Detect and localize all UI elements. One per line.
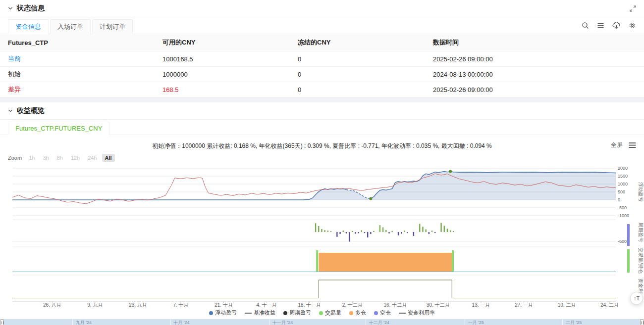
legend-label: 交易量 [325,309,341,317]
fund-table-head-row: Futures_CTP可用的CNY冻结的CNY数据时间 [0,34,644,51]
chart-context-menu-icon[interactable] [629,142,636,148]
table-toolbar [582,22,636,29]
table-cell: 0 [290,67,425,82]
zoom-label: Zoom [8,155,22,161]
back-to-top-button[interactable]: ↑T [630,292,643,305]
stats-row: 初始净值：1000000 累计收益: 0.168 %, 年化收益(365天) :… [0,135,644,152]
navigator-gridline [72,319,73,325]
zoom-option-8h[interactable]: 8h [54,154,66,162]
table-cell[interactable]: 当前 [0,51,155,67]
navigator-handle-right[interactable] [640,320,644,325]
svg-text:周期盈亏: 周期盈亏 [638,223,644,242]
svg-text:23. 九月: 23. 九月 [129,302,147,307]
legend-item[interactable]: 基准收益 [245,309,275,317]
svg-text:7. 十月: 7. 十月 [173,302,188,307]
status-tabs: 资金信息入场订单计划订单 [8,19,134,34]
status-tab-2[interactable]: 计划订单 [92,19,133,34]
table-cell: 2025-02-26 09:00:00 [425,51,644,67]
legend-symbol [245,313,252,314]
navigator-month-label: 十二月 '24 [369,320,389,325]
navigator-month-label: 十一月 '24 [272,320,293,325]
legend-item[interactable]: 周期盈亏 [283,309,311,317]
table-cell: 初始 [0,67,155,82]
table-cell: 0 [290,51,425,67]
overview-collapse-chevron-icon[interactable] [8,108,13,113]
zoom-option-24h[interactable]: 24h [85,154,100,162]
svg-text:13. 一月: 13. 一月 [472,302,490,307]
legend-symbol [374,311,378,315]
performance-stats-text: 初始净值：1000000 累计收益: 0.168 %, 年化收益(365天) :… [152,142,492,149]
table-cell: 168.5 [155,82,290,97]
column-header: 可用的CNY [155,34,290,51]
legend-item[interactable]: 交易量 [319,309,341,317]
density-menu-icon[interactable] [597,22,604,29]
table-row: 初始100000002024-08-13 00:00:00 [0,67,644,82]
expand-arrows-icon[interactable] [630,5,636,12]
legend-item[interactable]: 浮动盈亏 [209,309,237,317]
legend-label: 基准收益 [254,309,275,317]
table-row: 差异168.502025-02-26 09:00:00 [0,82,644,97]
status-tabbar: 资金信息入场订单计划订单 [0,17,644,34]
navigator-gridline [562,319,563,325]
tab-futures-ctp-futures-cny[interactable]: Futures_CTP.FUTURES_CNY [8,122,109,135]
fund-table-body: 当前1000168.502025-02-26 09:00:00初始1000000… [0,51,644,97]
legend-item[interactable]: 资金利用率 [399,309,435,317]
navigator-month-label: 十月 '24 [173,320,189,325]
search-icon[interactable] [582,22,589,29]
table-cell: 2025-02-26 09:00:00 [425,82,644,97]
fund-table: Futures_CTP可用的CNY冻结的CNY数据时间 当前1000168.50… [0,34,644,97]
cloud-download-icon[interactable] [612,22,621,29]
status-tab-0[interactable]: 资金信息 [8,19,49,34]
svg-text:500: 500 [618,189,625,194]
svg-text:1000: 1000 [618,182,628,186]
svg-text:1500: 1500 [618,174,628,179]
legend-symbol [399,313,406,314]
svg-text:24. 二月: 24. 二月 [600,302,619,307]
legend-symbol [319,311,323,315]
svg-text:-500: -500 [618,205,627,210]
chart-navigator[interactable]: 九月 '24十月 '24十一月 '24十二月 '24一月 '25二月 '25 [0,319,644,325]
table-cell: 0 [290,82,425,97]
navigator-gridline [465,319,465,325]
zoom-option-All[interactable]: All [102,154,115,162]
navigator-gridline [366,319,366,325]
chart-controls: 全屏 [611,141,636,149]
overview-tabbar: Futures_CTP.FUTURES_CNY [0,120,644,135]
table-row: 当前1000168.502025-02-26 09:00:00 [0,51,644,67]
column-header: Futures_CTP [0,34,155,51]
svg-text:-1000: -1000 [618,213,629,218]
status-section-header: 状态信息 [0,0,644,17]
overview-section-header: 收益概览 [0,102,644,120]
legend-label: 多仓 [355,309,366,317]
svg-text:交易量/持仓: 交易量/持仓 [638,248,644,274]
svg-text:2. 十二月: 2. 十二月 [342,302,363,307]
zoom-options: 1h3h8h12h24hAll [26,154,115,162]
svg-text:9. 九月: 9. 九月 [87,302,103,307]
overview-section-title: 收益概览 [17,106,45,115]
navigator-month-label: 二月 '25 [566,320,582,325]
status-tab-1[interactable]: 入场订单 [50,19,91,34]
status-section-title: 状态信息 [17,4,45,13]
trading-dashboard: 状态信息 资金信息入场订单计划订单 Futures_CTP可用的CNY冻结的CN… [0,0,644,325]
zoom-row: Zoom 1h3h8h12h24hAll [0,152,644,163]
navigator-month-label: 一月 '25 [468,320,484,325]
legend-item[interactable]: 空仓 [374,309,391,317]
table-cell: 2024-08-13 00:00:00 [425,67,644,82]
zoom-option-12h[interactable]: 12h [68,154,83,162]
svg-text:16. 十二月: 16. 十二月 [383,302,407,307]
zoom-option-1h[interactable]: 1h [26,154,38,162]
legend-label: 空仓 [380,309,391,317]
zoom-option-3h[interactable]: 3h [40,154,52,162]
settings-gear-icon[interactable] [629,22,636,29]
chart-legend: 浮动盈亏基准收益周期盈亏交易量多仓空仓资金利用率 [0,307,644,318]
fullscreen-button[interactable]: 全屏 [611,141,623,149]
svg-text:0: 0 [618,197,620,202]
svg-text:10. 二月: 10. 二月 [558,302,576,307]
performance-chart[interactable]: 2000150010005000-500-1000-60026. 八月9. 九月… [0,163,644,307]
legend-item[interactable]: 多仓 [349,309,366,317]
svg-text:27. 一月: 27. 一月 [515,302,533,307]
navigator-handle-left[interactable] [0,320,4,325]
status-collapse-chevron-icon[interactable] [8,6,13,11]
svg-text:浮动盈亏: 浮动盈亏 [638,182,644,202]
svg-text:21. 十月: 21. 十月 [215,302,233,307]
